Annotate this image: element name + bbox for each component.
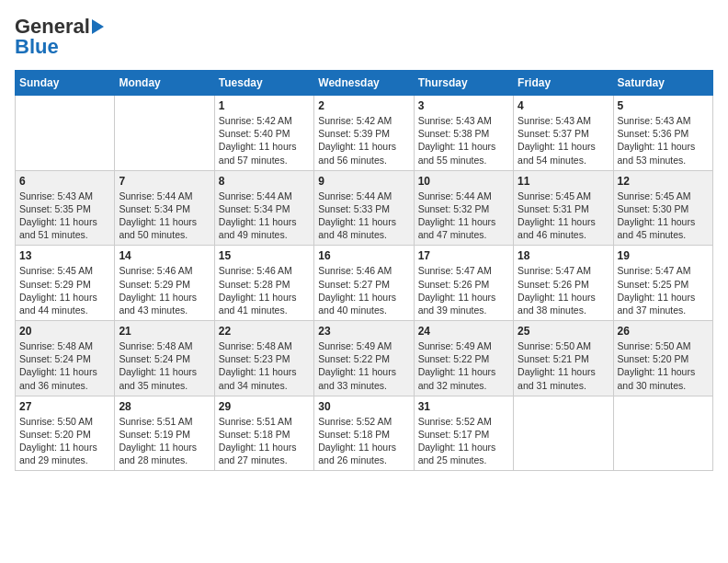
calendar-header-row: SundayMondayTuesdayWednesdayThursdayFrid… (16, 71, 713, 96)
day-number: 7 (119, 175, 210, 188)
calendar-cell: 7Sunrise: 5:44 AMSunset: 5:34 PMDaylight… (115, 170, 214, 246)
column-header-tuesday: Tuesday (214, 71, 313, 96)
day-info-line: Sunset: 5:37 PM (518, 128, 589, 139)
day-info-line: Daylight: 11 hours and 41 minutes. (219, 292, 297, 316)
day-info-line: Daylight: 11 hours and 57 minutes. (219, 141, 297, 165)
calendar-week-row: 27Sunrise: 5:50 AMSunset: 5:20 PMDayligh… (16, 396, 713, 471)
day-info-line: Sunrise: 5:46 AM (119, 265, 192, 276)
day-number: 25 (518, 325, 609, 338)
day-number: 22 (219, 325, 310, 338)
column-header-sunday: Sunday (16, 71, 115, 96)
day-number: 27 (19, 400, 110, 413)
day-number: 8 (219, 175, 310, 188)
day-number: 20 (19, 325, 110, 338)
day-info-line: Sunset: 5:29 PM (19, 279, 91, 290)
calendar-week-row: 13Sunrise: 5:45 AMSunset: 5:29 PMDayligh… (16, 246, 713, 321)
calendar-week-row: 1Sunrise: 5:42 AMSunset: 5:40 PMDaylight… (16, 96, 713, 171)
day-info-line: Sunrise: 5:45 AM (19, 265, 93, 276)
day-info-line: Daylight: 11 hours and 50 minutes. (119, 216, 197, 240)
calendar-cell (115, 96, 214, 171)
day-info: Sunrise: 5:51 AMSunset: 5:18 PMDaylight:… (219, 415, 310, 467)
day-info-line: Sunset: 5:23 PM (219, 353, 290, 364)
day-number: 2 (318, 99, 409, 112)
calendar-cell: 9Sunrise: 5:44 AMSunset: 5:33 PMDaylight… (314, 170, 414, 246)
day-info-line: Daylight: 11 hours and 49 minutes. (219, 216, 297, 240)
day-info-line: Daylight: 11 hours and 31 minutes. (518, 366, 596, 390)
day-number: 6 (19, 175, 110, 188)
calendar-cell (613, 396, 712, 471)
calendar-cell: 25Sunrise: 5:50 AMSunset: 5:21 PMDayligh… (514, 321, 613, 396)
day-info-line: Sunrise: 5:44 AM (119, 190, 192, 201)
day-info-line: Sunset: 5:28 PM (219, 279, 290, 290)
day-info-line: Daylight: 11 hours and 25 minutes. (418, 442, 496, 465)
day-info-line: Daylight: 11 hours and 46 minutes. (518, 216, 596, 240)
day-info-line: Sunrise: 5:42 AM (318, 115, 392, 126)
day-info-line: Sunrise: 5:43 AM (618, 115, 691, 126)
day-info-line: Sunset: 5:40 PM (219, 128, 290, 139)
day-info-line: Daylight: 11 hours and 30 minutes. (618, 366, 696, 390)
day-info-line: Daylight: 11 hours and 56 minutes. (318, 141, 396, 165)
day-info: Sunrise: 5:42 AMSunset: 5:39 PMDaylight:… (318, 114, 409, 167)
day-info-line: Sunset: 5:18 PM (318, 429, 390, 440)
day-info-line: Sunset: 5:17 PM (418, 429, 490, 440)
calendar-cell: 17Sunrise: 5:47 AMSunset: 5:26 PMDayligh… (414, 246, 513, 321)
calendar-cell (16, 96, 115, 171)
day-info-line: Daylight: 11 hours and 26 minutes. (318, 442, 396, 465)
day-info-line: Sunset: 5:18 PM (219, 429, 290, 440)
calendar-cell: 13Sunrise: 5:45 AMSunset: 5:29 PMDayligh… (16, 246, 115, 321)
calendar-cell: 18Sunrise: 5:47 AMSunset: 5:26 PMDayligh… (514, 246, 613, 321)
day-info-line: Sunrise: 5:44 AM (418, 190, 492, 201)
day-number: 23 (318, 325, 409, 338)
column-header-thursday: Thursday (414, 71, 513, 96)
day-info-line: Daylight: 11 hours and 32 minutes. (418, 366, 496, 390)
day-info-line: Daylight: 11 hours and 36 minutes. (19, 366, 97, 390)
calendar-cell: 28Sunrise: 5:51 AMSunset: 5:19 PMDayligh… (115, 396, 214, 471)
day-info-line: Sunrise: 5:44 AM (318, 190, 392, 201)
day-info-line: Sunrise: 5:50 AM (518, 340, 591, 351)
day-info-line: Sunrise: 5:51 AM (119, 416, 192, 427)
day-info-line: Sunset: 5:20 PM (19, 429, 91, 440)
logo-arrow-icon (92, 19, 104, 34)
day-number: 31 (418, 400, 509, 413)
day-info: Sunrise: 5:42 AMSunset: 5:40 PMDaylight:… (219, 114, 310, 167)
calendar-cell: 20Sunrise: 5:48 AMSunset: 5:24 PMDayligh… (16, 321, 115, 396)
day-info: Sunrise: 5:49 AMSunset: 5:22 PMDaylight:… (318, 339, 409, 392)
day-info: Sunrise: 5:46 AMSunset: 5:29 PMDaylight:… (119, 264, 210, 316)
day-info: Sunrise: 5:44 AMSunset: 5:33 PMDaylight:… (318, 190, 409, 242)
day-info-line: Sunrise: 5:43 AM (19, 190, 93, 201)
day-info-line: Sunset: 5:21 PM (518, 353, 589, 364)
day-info-line: Daylight: 11 hours and 43 minutes. (119, 292, 197, 316)
day-info-line: Daylight: 11 hours and 27 minutes. (219, 442, 297, 465)
day-info-line: Daylight: 11 hours and 53 minutes. (618, 141, 696, 165)
day-info-line: Sunrise: 5:45 AM (518, 190, 591, 201)
day-info-line: Daylight: 11 hours and 39 minutes. (418, 292, 496, 316)
day-number: 19 (618, 249, 709, 262)
day-info: Sunrise: 5:43 AMSunset: 5:38 PMDaylight:… (418, 114, 509, 167)
day-info: Sunrise: 5:45 AMSunset: 5:29 PMDaylight:… (19, 264, 110, 316)
day-info-line: Sunrise: 5:49 AM (418, 340, 492, 351)
day-info: Sunrise: 5:46 AMSunset: 5:27 PMDaylight:… (318, 264, 409, 316)
day-info: Sunrise: 5:50 AMSunset: 5:20 PMDaylight:… (618, 339, 709, 392)
calendar-cell: 6Sunrise: 5:43 AMSunset: 5:35 PMDaylight… (16, 170, 115, 246)
day-info-line: Sunset: 5:31 PM (518, 203, 589, 214)
day-info: Sunrise: 5:43 AMSunset: 5:36 PMDaylight:… (618, 114, 709, 167)
day-info-line: Sunrise: 5:46 AM (318, 265, 392, 276)
day-info-line: Sunrise: 5:47 AM (518, 265, 591, 276)
day-number: 5 (618, 99, 709, 112)
day-info: Sunrise: 5:50 AMSunset: 5:21 PMDaylight:… (518, 339, 609, 392)
day-info-line: Sunset: 5:22 PM (318, 353, 390, 364)
day-info-line: Sunrise: 5:48 AM (19, 340, 93, 351)
day-info-line: Daylight: 11 hours and 44 minutes. (19, 292, 97, 316)
day-number: 21 (119, 325, 210, 338)
day-info-line: Sunset: 5:26 PM (518, 279, 589, 290)
day-info: Sunrise: 5:46 AMSunset: 5:28 PMDaylight:… (219, 264, 310, 316)
day-info: Sunrise: 5:52 AMSunset: 5:17 PMDaylight:… (418, 415, 509, 467)
day-info-line: Sunrise: 5:52 AM (318, 416, 392, 427)
day-info: Sunrise: 5:43 AMSunset: 5:37 PMDaylight:… (518, 114, 609, 167)
day-info-line: Sunrise: 5:49 AM (318, 340, 392, 351)
day-info-line: Daylight: 11 hours and 54 minutes. (518, 141, 596, 165)
day-info-line: Daylight: 11 hours and 47 minutes. (418, 216, 496, 240)
calendar-cell: 26Sunrise: 5:50 AMSunset: 5:20 PMDayligh… (613, 321, 712, 396)
day-info: Sunrise: 5:45 AMSunset: 5:30 PMDaylight:… (618, 190, 709, 242)
day-info: Sunrise: 5:48 AMSunset: 5:24 PMDaylight:… (119, 339, 210, 392)
